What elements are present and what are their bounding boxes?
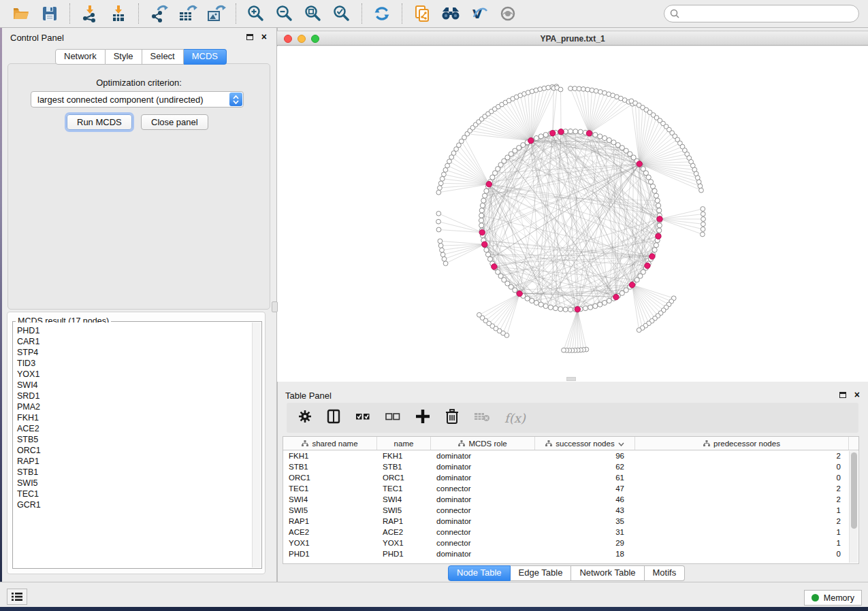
table-row[interactable]: TEC1TEC1connector472 [283,483,858,494]
column-header-shared-name[interactable]: shared name [283,437,377,450]
mcds-result-list[interactable]: PHD1CAR1STP4TID3YOX1SWI4SRD1PMA2FKH1ACE2… [14,323,261,567]
main-toolbar: V [0,0,868,28]
mcds-result-item[interactable]: ACE2 [17,423,261,434]
mcds-result-item[interactable]: STP4 [17,347,261,358]
column-header-name[interactable]: name [377,437,431,450]
mcds-result-item[interactable]: SRD1 [17,391,261,401]
table-row[interactable]: SWI5SWI5connector431 [283,505,858,516]
tab-edge-table[interactable]: Edge Table [511,565,572,581]
table-scrollbar-thumb[interactable] [851,452,857,529]
delete-column-icon[interactable] [445,408,460,427]
mcds-result-item[interactable]: SWI4 [17,380,261,391]
optimization-criterion-select[interactable]: largest connected component (undirected) [31,91,244,108]
close-panel-icon[interactable]: × [261,31,267,42]
mcds-result-item[interactable]: YOX1 [17,369,261,380]
column-header-predecessor-nodes[interactable]: predecessor nodes [635,437,849,450]
deselect-all-checkboxes-icon[interactable] [385,409,401,427]
table-cell: 18 [535,548,635,559]
table-cell: dominator [431,472,535,483]
save-session-icon[interactable] [38,3,61,24]
tab-network[interactable]: Network [55,49,106,65]
mcds-result-item[interactable]: SWI5 [17,478,261,489]
network-graph[interactable] [277,46,868,382]
table-cell: dominator [431,548,535,559]
canvas-grip[interactable] [566,377,576,381]
close-panel-icon[interactable]: × [854,389,860,400]
select-stepper-icon [229,93,242,106]
table-cell: 62 [535,461,635,472]
run-mcds-button[interactable]: Run MCDS [67,114,132,130]
mcds-result-item[interactable]: STB1 [17,467,261,478]
mcds-result-item[interactable]: RAP1 [17,456,261,467]
zoom-selected-icon[interactable] [330,3,353,24]
column-header-successor-nodes[interactable]: successor nodes [535,437,635,450]
mcds-result-item[interactable]: CAR1 [17,336,261,347]
table-cell: PHD1 [377,548,431,559]
mcds-result-item[interactable]: PMA2 [17,401,261,412]
memory-button[interactable]: Memory [804,590,862,606]
import-network-icon[interactable] [78,3,101,24]
table-row[interactable]: SWI4SWI4dominator462 [283,494,858,505]
table-cell: 2 [635,450,849,461]
mcds-result-item[interactable]: TEC1 [17,489,261,499]
table-row[interactable]: FKH1FKH1dominator962 [283,450,858,461]
panel-splitter-grip[interactable] [272,301,278,312]
mcds-result-scrollbar[interactable] [252,323,261,567]
mcds-result-item[interactable]: STB5 [17,434,261,445]
refresh-view-icon[interactable] [370,3,393,24]
export-table-icon[interactable] [176,3,199,24]
mcds-result-item[interactable]: GCR1 [17,499,261,510]
split-table-icon[interactable] [326,409,341,427]
tab-network-table[interactable]: Network Table [571,565,644,581]
export-image-icon[interactable] [204,3,227,24]
table-row[interactable]: PHD1PHD1dominator180 [283,548,858,559]
find-icon[interactable] [439,3,462,24]
control-panel-title: Control Panel [10,33,64,43]
add-column-icon[interactable] [415,408,431,427]
control-panel-titlebar: Control Panel × [2,28,276,46]
table-panel-tabs: Node TableEdge TableNetwork TableMotifs [448,565,685,581]
import-table-icon[interactable] [107,3,130,24]
node-table-header: shared namenameMCDS rolesuccessor nodesp… [283,437,858,450]
share-network-document-icon[interactable] [411,3,434,24]
zoom-in-icon[interactable] [244,3,268,24]
table-row[interactable]: STB1STB1dominator620 [283,461,858,472]
node-table: shared namenameMCDS rolesuccessor nodesp… [283,436,859,564]
column-header-MCDS-role[interactable]: MCDS role [431,437,535,450]
zoom-fit-icon[interactable] [302,3,325,24]
toolbar-separator [361,3,362,24]
show-hide-icon[interactable] [496,3,519,24]
tab-style[interactable]: Style [106,49,142,65]
tab-mcds[interactable]: MCDS [184,49,227,65]
tab-select[interactable]: Select [142,49,184,65]
visual-styles-icon[interactable]: V [468,3,491,24]
table-scrollbar[interactable] [849,451,858,563]
search-input[interactable] [664,5,859,22]
export-network-icon[interactable] [147,3,170,24]
table-row[interactable]: ACE2ACE2connector311 [283,527,858,538]
table-row[interactable]: ORC1ORC1dominator610 [283,472,858,483]
mcds-result-item[interactable]: PHD1 [17,325,261,336]
mcds-panel: Optimization criterion: largest connecte… [7,63,270,310]
mcds-result-item[interactable]: FKH1 [17,412,261,423]
column-hierarchy-icon [302,440,308,448]
node-table-body: FKH1FKH1dominator962STB1STB1dominator620… [283,450,858,559]
float-panel-icon[interactable] [839,392,846,398]
tab-motifs[interactable]: Motifs [645,565,686,581]
table-cell: 61 [535,472,635,483]
mcds-result-item[interactable]: ORC1 [17,445,261,456]
settings-gear-icon[interactable] [298,409,312,427]
zoom-out-icon[interactable] [273,3,296,24]
select-all-checkboxes-icon[interactable] [355,409,371,427]
table-cell: 46 [535,494,635,505]
open-session-icon[interactable] [10,3,33,24]
table-row[interactable]: YOX1YOX1connector291 [283,538,858,548]
mcds-result-item[interactable]: TID3 [17,358,261,369]
task-history-button[interactable] [7,589,27,605]
close-panel-button[interactable]: Close panel [141,114,208,130]
network-view-canvas[interactable] [277,46,868,382]
tab-node-table[interactable]: Node Table [448,565,511,581]
network-window-titlebar[interactable]: YPA_prune.txt_1 [277,31,868,46]
table-row[interactable]: RAP1RAP1dominator352 [283,516,858,527]
float-panel-icon[interactable] [246,34,253,40]
